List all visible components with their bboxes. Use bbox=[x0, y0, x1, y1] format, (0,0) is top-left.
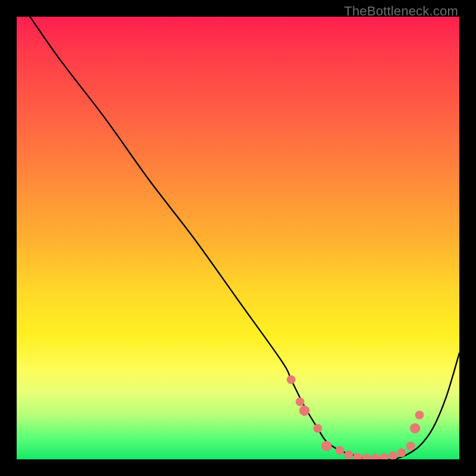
marker-dot bbox=[406, 441, 415, 450]
marker-dot bbox=[353, 453, 362, 459]
marker-dot bbox=[371, 453, 380, 459]
marker-dot bbox=[336, 446, 345, 455]
curve-markers bbox=[287, 375, 424, 459]
marker-dot bbox=[287, 375, 296, 384]
marker-dot bbox=[362, 453, 371, 459]
plot-area bbox=[17, 17, 459, 459]
marker-dot bbox=[389, 452, 397, 459]
marker-dot bbox=[410, 423, 420, 433]
marker-dot bbox=[397, 448, 406, 457]
chart-frame bbox=[17, 17, 459, 459]
marker-dot bbox=[299, 406, 309, 416]
chart-svg bbox=[17, 17, 459, 459]
marker-dot bbox=[296, 397, 305, 406]
marker-dot bbox=[321, 441, 331, 451]
marker-dot bbox=[380, 453, 389, 459]
marker-dot bbox=[415, 411, 424, 419]
marker-dot bbox=[345, 450, 353, 459]
marker-dot bbox=[314, 424, 322, 433]
bottleneck-curve bbox=[30, 17, 459, 459]
